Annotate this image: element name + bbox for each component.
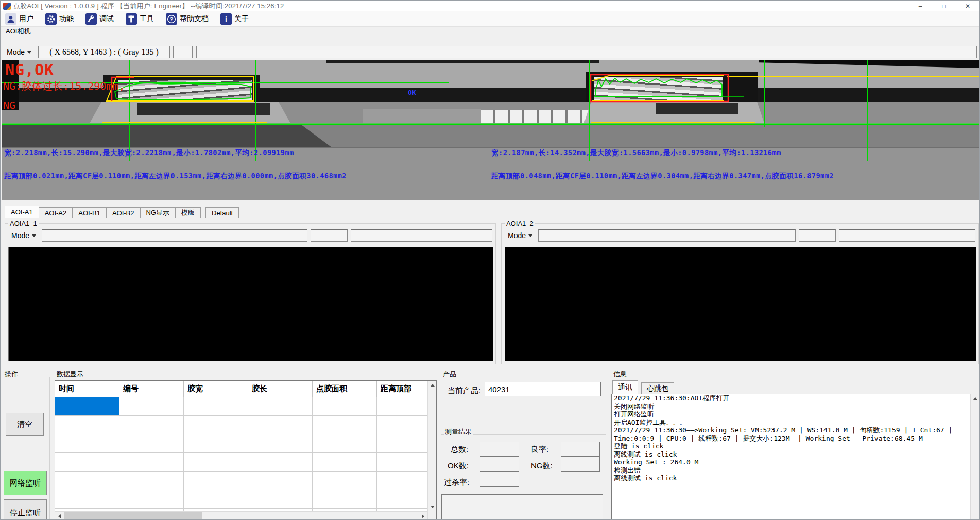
title-bar: 点胶AOI [ Version : 1.0.0.9 ] 程序 【当前用户: En… bbox=[1, 1, 979, 11]
camera-mode-field-3 bbox=[196, 46, 977, 58]
right-glue-ribbon bbox=[594, 77, 723, 100]
scroll-up-button[interactable] bbox=[428, 381, 437, 390]
arrow-up-icon bbox=[973, 397, 977, 400]
ng-count-label: NG数: bbox=[531, 461, 553, 471]
table-vertical-scrollbar[interactable] bbox=[427, 381, 436, 520]
total-count-label: 总数: bbox=[451, 445, 468, 455]
tab-aoi-a1[interactable]: AOI-A1 bbox=[5, 206, 39, 218]
minimize-button[interactable]: – bbox=[908, 1, 932, 11]
aoi-tab-strip: AOI-A1 AOI-A2 AOI-B1 AOI-B2 NG显示 模版 Defa… bbox=[5, 206, 238, 218]
ok-count-field[interactable] bbox=[480, 457, 519, 472]
panel1-mode-bar: Mode bbox=[8, 229, 492, 242]
table-row[interactable] bbox=[55, 416, 436, 434]
panel2-field-2 bbox=[799, 229, 836, 242]
col-header-glue-area[interactable]: 点胶面积 bbox=[313, 381, 377, 397]
overkill-rate-field[interactable] bbox=[480, 472, 519, 487]
panel-aoia1-2: AOIA1_2 Mode bbox=[501, 223, 979, 364]
ng-label-text: NG bbox=[3, 99, 15, 111]
arrow-up-icon bbox=[431, 384, 435, 387]
toolbar-debug-label: 调试 bbox=[99, 14, 114, 24]
toolbar-help-button[interactable]: ? 帮助文档 bbox=[164, 12, 210, 26]
table-horizontal-scrollbar[interactable] bbox=[55, 511, 427, 520]
camera-bg bbox=[326, 60, 599, 63]
camera-image[interactable]: NG,OK NG:胶体过长:15.290mm, NG OK 宽:2.218mm,… bbox=[2, 60, 979, 200]
tab-aoi-a2[interactable]: AOI-A2 bbox=[39, 207, 73, 218]
info-group-label: 信息 bbox=[612, 370, 628, 379]
selected-cell[interactable] bbox=[55, 397, 119, 415]
product-group-label: 产品 bbox=[442, 370, 457, 379]
right-measurement-line1: 宽:2.187mm,长:14.352mm,最大胶宽:1.5663mm,最小:0.… bbox=[491, 148, 781, 158]
panel2-mode-bar: Mode bbox=[505, 229, 975, 242]
gear-icon bbox=[45, 13, 57, 25]
network-listen-button[interactable]: 网络监听 bbox=[4, 471, 47, 495]
svg-text:i: i bbox=[225, 15, 227, 23]
scroll-down-button[interactable] bbox=[428, 502, 437, 511]
log-line: Time:0:0:9 | CPU:0 | 线程数:67 | 提交大小:123M … bbox=[612, 434, 979, 443]
tab-aoi-b2[interactable]: AOI-B2 bbox=[106, 207, 141, 218]
table-row[interactable] bbox=[55, 490, 436, 509]
col-header-glue-width[interactable]: 胶宽 bbox=[184, 381, 248, 397]
left-measurement-line1: 宽:2.218mm,长:15.290mm,最大胶宽:2.2218mm,最小:1.… bbox=[4, 148, 294, 158]
tab-template[interactable]: 模版 bbox=[175, 207, 201, 218]
ok-label-text: OK bbox=[408, 89, 416, 96]
left-measurement-line2: 距离顶部0.021mm,距离CF层0.110mm,距离左边界0.153mm,距离… bbox=[4, 172, 347, 181]
panel2-mode-dropdown[interactable]: Mode bbox=[505, 229, 536, 242]
col-header-id[interactable]: 编号 bbox=[119, 381, 184, 397]
maximize-button[interactable]: □ bbox=[932, 1, 956, 11]
toolbar-user-label: 用户 bbox=[19, 14, 33, 24]
tab-communication[interactable]: 通讯 bbox=[612, 380, 638, 394]
scroll-right-button[interactable] bbox=[419, 512, 427, 520]
ng-reason-text: NG:胶体过长:15.290mm, bbox=[3, 79, 125, 93]
panel2-image-view[interactable] bbox=[505, 247, 976, 361]
clear-button[interactable]: 清空 bbox=[6, 413, 44, 436]
close-button[interactable]: ✕ bbox=[956, 1, 979, 11]
col-header-glue-length[interactable]: 胶长 bbox=[248, 381, 313, 397]
window-title: 点胶AOI [ Version : 1.0.0.9 ] 程序 【当前用户: En… bbox=[13, 2, 284, 11]
tab-heartbeat[interactable]: 心跳包 bbox=[641, 382, 674, 394]
log-vertical-scrollbar[interactable] bbox=[970, 394, 979, 520]
panel-aoia1-1-label: AOIA1_1 bbox=[8, 220, 39, 227]
horizontal-scroll-thumb[interactable] bbox=[64, 512, 202, 520]
table-row[interactable] bbox=[55, 397, 436, 416]
left-glue-ribbon bbox=[118, 80, 252, 100]
camera-group-label: AOI相机 bbox=[5, 27, 31, 36]
col-header-time[interactable]: 时间 bbox=[55, 381, 119, 397]
toolbar-tools-button[interactable]: 工具 bbox=[124, 12, 156, 26]
scroll-up-button[interactable] bbox=[971, 394, 979, 403]
table-row[interactable] bbox=[55, 472, 436, 490]
camera-coordinate-readout: ( X 6568, Y 1463 ) : ( Gray 135 ) bbox=[38, 46, 170, 58]
log-line: 离线测试 is click bbox=[612, 474, 979, 482]
chevron-down-icon bbox=[528, 234, 532, 237]
tab-ng-display[interactable]: NG显示 bbox=[140, 207, 176, 218]
chevron-down-icon bbox=[27, 51, 31, 54]
camera-mode-bar: Mode ( X 6568, Y 1463 ) : ( Gray 135 ) bbox=[4, 46, 977, 58]
toolbar-user-button[interactable]: 用户 bbox=[4, 12, 35, 26]
table-row[interactable] bbox=[55, 453, 436, 472]
tab-default[interactable]: Default bbox=[205, 207, 239, 218]
toolbar-function-button[interactable]: 功能 bbox=[44, 12, 75, 26]
communication-log[interactable]: 2021/7/29 11:36:30:AOI程序打开 关闭网络监听 打开网络监听… bbox=[611, 394, 979, 520]
log-line: Working Set : 264.0 M bbox=[612, 458, 979, 466]
table-header-row: 时间 编号 胶宽 胶长 点胶面积 距离顶部 bbox=[55, 381, 436, 397]
camera-mode-label: Mode bbox=[7, 48, 25, 56]
panel1-image-view[interactable] bbox=[8, 247, 493, 361]
table-row[interactable] bbox=[55, 434, 436, 453]
svg-text:?: ? bbox=[170, 16, 174, 22]
panel1-mode-dropdown[interactable]: Mode bbox=[8, 229, 39, 242]
stop-listen-button[interactable]: 停止监听 bbox=[4, 499, 47, 520]
toolbar-debug-button[interactable]: 调试 bbox=[84, 12, 115, 26]
current-product-input[interactable]: 40231 bbox=[485, 382, 601, 396]
col-header-dist-top[interactable]: 距离顶部 bbox=[377, 381, 427, 397]
yield-field[interactable] bbox=[561, 442, 600, 457]
toolbar-about-button[interactable]: i 关于 bbox=[219, 12, 250, 26]
ng-count-field[interactable] bbox=[561, 457, 600, 472]
panel1-field-1 bbox=[42, 229, 307, 242]
right-measurement-line2: 距离顶部0.048mm,距离CF层0.110mm,距离左边界0.304mm,距离… bbox=[491, 172, 834, 181]
camera-mode-dropdown[interactable]: Mode bbox=[4, 46, 35, 58]
tab-aoi-b1[interactable]: AOI-B1 bbox=[72, 207, 107, 218]
total-count-field[interactable] bbox=[480, 442, 519, 457]
user-icon bbox=[5, 13, 16, 25]
panel2-mode-label: Mode bbox=[508, 231, 526, 240]
scroll-left-button[interactable] bbox=[55, 512, 64, 520]
overkill-rate-label: 过杀率: bbox=[444, 478, 469, 488]
